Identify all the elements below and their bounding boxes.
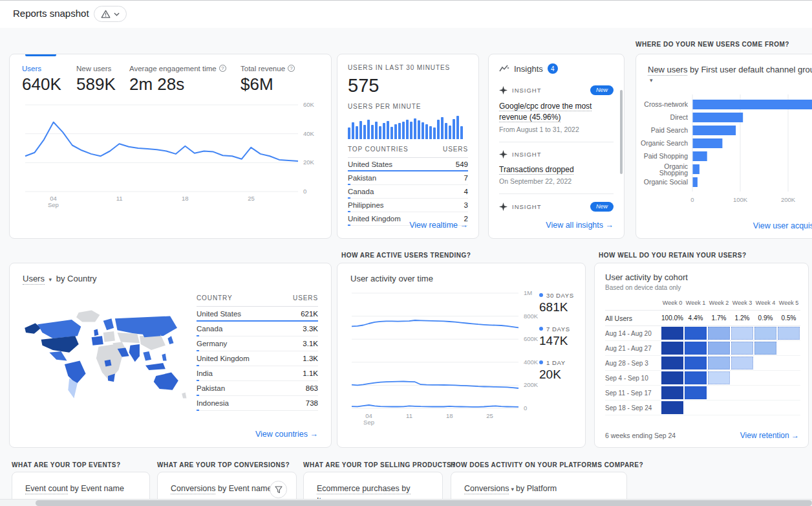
section-title-top-conversions: WHAT ARE YOUR TOP CONVERSIONS? bbox=[157, 461, 290, 468]
conversions-selector[interactable]: Conversions by Event name bbox=[171, 484, 283, 493]
cohort-cell bbox=[731, 327, 753, 340]
table-row: Pakistan863 bbox=[197, 381, 318, 396]
table-row: United Kingdom1.3K bbox=[197, 351, 318, 366]
filter-funnel-icon bbox=[275, 486, 283, 494]
row-value-bar bbox=[348, 225, 350, 226]
view-user-acquisition-link[interactable]: View user acquisition → bbox=[753, 221, 812, 230]
svg-text:Shopping: Shopping bbox=[659, 169, 689, 177]
channel-bars-svg: 0100K200KCross-networkDirectPaid SearchO… bbox=[640, 75, 812, 221]
minute-bar bbox=[348, 127, 350, 139]
minute-bar bbox=[425, 124, 428, 139]
insight-text[interactable]: Google/cpc drove the most revenue (45.96… bbox=[499, 101, 614, 123]
users-per-minute-chart bbox=[348, 115, 468, 139]
cohort-cell bbox=[708, 357, 730, 369]
view-countries-link[interactable]: View countries → bbox=[255, 430, 318, 439]
cohort-footer-note: 6 weeks ending Sep 24 bbox=[605, 432, 676, 439]
metric-tab-new-users[interactable]: New users589K bbox=[76, 65, 129, 94]
svg-text:18: 18 bbox=[446, 412, 453, 419]
insight-item[interactable]: INSIGHT New Google/cpc drove the most re… bbox=[499, 85, 614, 133]
metric-tab-average-engagement-time[interactable]: Average engagement time?2m 28s bbox=[129, 65, 240, 94]
scrollbar-thumb[interactable] bbox=[36, 500, 812, 506]
view-realtime-link[interactable]: View realtime → bbox=[409, 221, 468, 230]
minute-bar bbox=[418, 120, 420, 139]
table-row: United States621K bbox=[197, 307, 318, 322]
cohort-row: Sep 4 - Sep 10 bbox=[605, 371, 800, 386]
svg-text:25: 25 bbox=[486, 412, 493, 419]
insights-count-badge: 4 bbox=[548, 63, 558, 74]
insights-title: Insights bbox=[514, 64, 543, 74]
svg-text:11: 11 bbox=[116, 195, 123, 202]
divider bbox=[499, 142, 614, 142]
users-per-minute-label: USERS PER MINUTE bbox=[348, 103, 468, 110]
activity-chart-title: User activity over time bbox=[350, 274, 572, 283]
cohort-cell bbox=[661, 342, 683, 355]
users-trend-chart-container: 020K40K60K04Sep111825 bbox=[19, 96, 328, 214]
week-header: Week 2 bbox=[707, 298, 731, 310]
minute-bar bbox=[383, 123, 385, 139]
insights-icon bbox=[499, 65, 509, 72]
minute-bar bbox=[422, 122, 424, 139]
svg-text:Direct: Direct bbox=[670, 113, 689, 121]
cohort-cell bbox=[685, 386, 707, 399]
insight-subtext: On September 22, 2022 bbox=[499, 177, 614, 185]
row-value-bar bbox=[197, 410, 199, 411]
countries-metric-selector[interactable]: Users ▾ by Country bbox=[23, 274, 318, 283]
cohort-chart-subtitle: Based on device data only bbox=[605, 284, 798, 291]
help-icon: ? bbox=[219, 65, 226, 72]
help-icon: ? bbox=[288, 65, 295, 72]
data-quality-dropdown[interactable] bbox=[94, 6, 127, 22]
insight-text[interactable]: Transactions dropped bbox=[499, 164, 614, 175]
minute-bar bbox=[387, 121, 389, 139]
section-title-platforms: HOW DOES ACTIVITY ON YOUR PLATFORMS COMP… bbox=[451, 461, 643, 468]
svg-text:0: 0 bbox=[690, 196, 694, 203]
insights-scrollbar[interactable] bbox=[620, 90, 623, 174]
table-row: Canada4 bbox=[348, 185, 468, 199]
minute-bar bbox=[456, 116, 459, 139]
horizontal-scrollbar[interactable] bbox=[0, 499, 812, 506]
minute-bar bbox=[398, 123, 401, 139]
minute-bar bbox=[352, 122, 354, 139]
section-title-acquisition: WHERE DO YOUR NEW USERS COME FROM? bbox=[636, 41, 789, 48]
event-count-selector[interactable]: Event count by Event name bbox=[25, 484, 136, 493]
view-all-insights-link[interactable]: View all insights → bbox=[546, 221, 614, 230]
minute-bar bbox=[375, 122, 378, 139]
platform-conversions-selector[interactable]: Conversions▾by Platform bbox=[464, 484, 614, 493]
cohort-cell bbox=[685, 342, 707, 355]
insights-card: Insights 4 INSIGHT New Google/cpc drove … bbox=[488, 54, 625, 239]
svg-text:400K: 400K bbox=[524, 358, 539, 366]
cohort-cell bbox=[778, 327, 800, 340]
minute-bar bbox=[363, 125, 366, 139]
insight-item[interactable]: INSIGHT New bbox=[499, 202, 614, 212]
svg-text:11: 11 bbox=[406, 412, 412, 419]
minute-bar bbox=[371, 125, 374, 139]
table-row: Philippines3 bbox=[348, 199, 468, 212]
page-title: Reports snapshot bbox=[13, 8, 89, 19]
metrics-row: Users640KNew users589KAverage engagement… bbox=[10, 54, 331, 94]
top-countries-header: TOP COUNTRIES bbox=[348, 146, 409, 153]
filter-button[interactable] bbox=[270, 481, 287, 498]
table-row: Canada3.3K bbox=[197, 322, 318, 336]
view-retention-link[interactable]: View retention → bbox=[740, 431, 799, 440]
insight-tag: INSIGHT bbox=[512, 87, 590, 94]
insight-tag: INSIGHT bbox=[512, 203, 590, 210]
svg-text:1M: 1M bbox=[524, 289, 532, 296]
insight-tag: INSIGHT bbox=[512, 151, 614, 158]
insight-item[interactable]: INSIGHT Transactions dropped On Septembe… bbox=[499, 150, 614, 186]
section-title-trending: HOW ARE ACTIVE USERS TRENDING? bbox=[341, 252, 471, 259]
cohort-row: Sep 11 - Sep 17 bbox=[605, 386, 800, 401]
table-row: Germany3.1K bbox=[197, 336, 318, 351]
cohort-row: Aug 28 - Sep 3 bbox=[605, 356, 800, 371]
metric-tab-total-revenue[interactable]: Total revenue?$6M bbox=[240, 65, 295, 94]
svg-text:800K: 800K bbox=[524, 313, 539, 320]
minute-bar bbox=[406, 120, 409, 139]
all-users-pct: 0.9% bbox=[754, 311, 777, 325]
svg-text:18: 18 bbox=[182, 195, 189, 202]
svg-text:0: 0 bbox=[303, 188, 306, 195]
minute-bar bbox=[367, 120, 370, 139]
metric-tab-users[interactable]: Users640K bbox=[22, 65, 76, 94]
minute-bar bbox=[402, 122, 405, 139]
svg-text:200K: 200K bbox=[781, 196, 796, 203]
acquisition-card: New users by First user default channel … bbox=[636, 54, 812, 239]
cohort-row: Aug 21 - Aug 27 bbox=[605, 341, 800, 356]
realtime-card: USERS IN LAST 30 MINUTES 575 USERS PER M… bbox=[337, 54, 479, 239]
